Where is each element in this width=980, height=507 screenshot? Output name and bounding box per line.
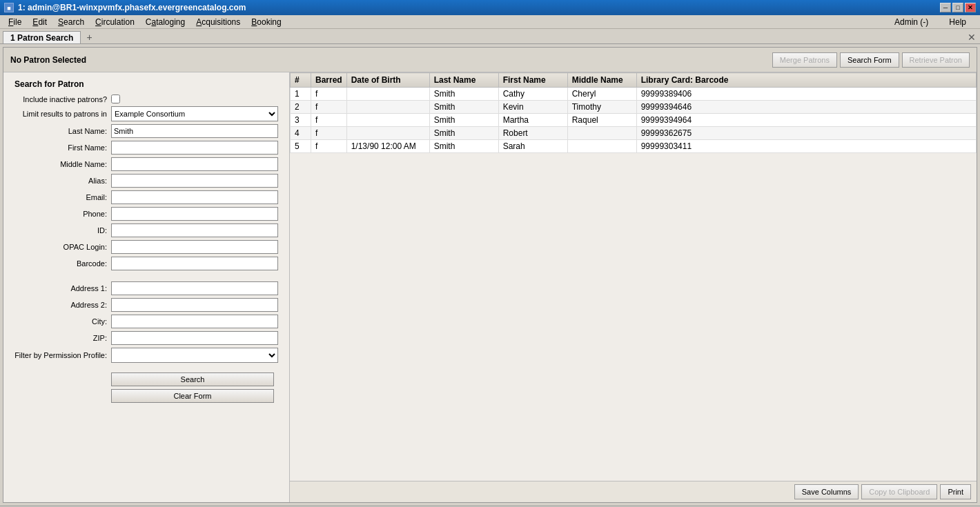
include-inactive-checkbox[interactable] bbox=[111, 95, 120, 103]
email-input[interactable] bbox=[111, 190, 278, 204]
col-header-dob[interactable]: Date of Birth bbox=[346, 73, 429, 88]
menu-help[interactable]: Help bbox=[943, 16, 972, 28]
include-inactive-label: Include inactive patrons? bbox=[14, 95, 111, 103]
search-panel: Search for Patron Include inactive patro… bbox=[3, 72, 290, 502]
table-row[interactable]: 2 f Smith Kevin Timothy 99999394646 bbox=[291, 101, 977, 114]
zip-row: ZIP: bbox=[14, 331, 278, 345]
address1-label: Address 1: bbox=[14, 284, 111, 292]
id-label: ID: bbox=[14, 226, 111, 235]
address2-label: Address 2: bbox=[14, 301, 111, 309]
menu-file[interactable]: File bbox=[3, 16, 27, 28]
limit-results-label: Limit results to patrons in bbox=[14, 110, 111, 118]
title-bar: ■ 1: admin@BR1-winxpvmfx.phasefx.evergre… bbox=[0, 0, 980, 15]
status-bar: No Patron Selected Merge Patrons Search … bbox=[3, 48, 977, 72]
tab-bar: 1 Patron Search + ✕ bbox=[0, 29, 980, 44]
status-buttons: Merge Patrons Search Form Retrieve Patro… bbox=[772, 52, 970, 68]
city-label: City: bbox=[14, 317, 111, 326]
search-form-title: Search for Patron bbox=[14, 79, 278, 89]
save-columns-button[interactable]: Save Columns bbox=[794, 484, 859, 499]
table-row[interactable]: 1 f Smith Cathy Cheryl 99999389406 bbox=[291, 88, 977, 101]
app-icon: ■ bbox=[4, 3, 14, 12]
alias-input[interactable] bbox=[111, 174, 278, 188]
col-header-barcode[interactable]: Library Card: Barcode bbox=[636, 73, 976, 88]
col-header-barred[interactable]: Barred bbox=[311, 73, 347, 88]
menu-search[interactable]: Search bbox=[52, 16, 90, 28]
id-row: ID: bbox=[14, 223, 278, 237]
results-table: # Barred Date of Birth Last Name First N… bbox=[290, 72, 977, 153]
menu-admin[interactable]: Admin (-) bbox=[889, 16, 934, 28]
results-panel: # Barred Date of Birth Last Name First N… bbox=[290, 72, 977, 502]
search-form-button[interactable]: Search Form bbox=[840, 52, 899, 68]
last-name-label: Last Name: bbox=[14, 127, 111, 135]
alias-label: Alias: bbox=[14, 177, 111, 185]
city-row: City: bbox=[14, 315, 278, 328]
filter-profile-select[interactable] bbox=[111, 348, 278, 363]
city-input[interactable] bbox=[111, 315, 278, 328]
col-header-first[interactable]: First Name bbox=[498, 73, 567, 88]
copy-clipboard-button[interactable]: Copy to Clipboard bbox=[861, 484, 937, 499]
col-header-middle[interactable]: Middle Name bbox=[567, 73, 636, 88]
body-area: Search for Patron Include inactive patro… bbox=[3, 72, 977, 502]
tab-bar-close-button[interactable]: ✕ bbox=[968, 32, 976, 43]
email-row: Email: bbox=[14, 190, 278, 204]
patron-status-label: No Patron Selected bbox=[10, 55, 86, 65]
filter-profile-row: Filter by Permission Profile: bbox=[14, 348, 278, 363]
form-buttons: Search Clear Form bbox=[14, 372, 278, 403]
phone-row: Phone: bbox=[14, 207, 278, 221]
phone-input[interactable] bbox=[111, 207, 278, 221]
email-label: Email: bbox=[14, 193, 111, 201]
print-button[interactable]: Print bbox=[940, 484, 971, 499]
first-name-label: First Name: bbox=[14, 143, 111, 152]
merge-patrons-button[interactable]: Merge Patrons bbox=[772, 52, 837, 68]
barcode-row: Barcode: bbox=[14, 257, 278, 270]
minimize-button[interactable]: ─ bbox=[940, 3, 951, 12]
first-name-row: First Name: bbox=[14, 141, 278, 155]
last-name-row: Last Name: bbox=[14, 124, 278, 138]
table-row[interactable]: 5 f 1/13/90 12:00 AM Smith Sarah 9999930… bbox=[291, 140, 977, 153]
retrieve-patron-button[interactable]: Retrieve Patron bbox=[902, 52, 970, 68]
title-bar-text: 1: admin@BR1-winxpvmfx.phasefx.evergreen… bbox=[18, 3, 246, 12]
include-inactive-row: Include inactive patrons? bbox=[14, 95, 278, 103]
menu-bar: File Edit Search Circulation Cataloging … bbox=[0, 15, 980, 29]
opac-login-row: OPAC Login: bbox=[14, 240, 278, 254]
barcode-label: Barcode: bbox=[14, 259, 111, 268]
col-header-num[interactable]: # bbox=[291, 73, 311, 88]
address1-row: Address 1: bbox=[14, 281, 278, 295]
table-row[interactable]: 3 f Smith Martha Raquel 99999394964 bbox=[291, 114, 977, 127]
menu-circulation[interactable]: Circulation bbox=[90, 16, 140, 28]
menu-acquisitions[interactable]: Acquisitions bbox=[190, 16, 246, 28]
alias-row: Alias: bbox=[14, 174, 278, 188]
address1-input[interactable] bbox=[111, 281, 278, 295]
id-input[interactable] bbox=[111, 223, 278, 237]
main-content: No Patron Selected Merge Patrons Search … bbox=[3, 47, 977, 503]
first-name-input[interactable] bbox=[111, 141, 278, 155]
zip-input[interactable] bbox=[111, 331, 278, 345]
tab-add-button[interactable]: + bbox=[81, 31, 97, 43]
middle-name-input[interactable] bbox=[111, 157, 278, 171]
address2-row: Address 2: bbox=[14, 298, 278, 312]
opac-login-label: OPAC Login: bbox=[14, 243, 111, 251]
maximize-button[interactable]: □ bbox=[952, 3, 963, 12]
results-table-wrapper: # Barred Date of Birth Last Name First N… bbox=[290, 72, 977, 481]
col-header-last[interactable]: Last Name bbox=[429, 73, 498, 88]
opac-login-input[interactable] bbox=[111, 240, 278, 254]
filter-profile-label: Filter by Permission Profile: bbox=[14, 351, 111, 359]
search-button[interactable]: Search bbox=[111, 372, 274, 386]
middle-name-label: Middle Name: bbox=[14, 160, 111, 168]
last-name-input[interactable] bbox=[111, 124, 278, 138]
menu-cataloging[interactable]: Cataloging bbox=[140, 16, 190, 28]
tab-patron-search[interactable]: 1 Patron Search bbox=[3, 31, 81, 43]
zip-label: ZIP: bbox=[14, 334, 111, 342]
menu-booking[interactable]: Booking bbox=[246, 16, 286, 28]
clear-form-button[interactable]: Clear Form bbox=[111, 389, 274, 403]
close-button[interactable]: ✕ bbox=[965, 3, 976, 12]
results-bottom: Save Columns Copy to Clipboard Print bbox=[290, 481, 977, 502]
middle-name-row: Middle Name: bbox=[14, 157, 278, 171]
barcode-input[interactable] bbox=[111, 257, 278, 270]
limit-results-select[interactable]: Example Consortium bbox=[111, 106, 278, 121]
table-row[interactable]: 4 f Smith Robert 99999362675 bbox=[291, 127, 977, 140]
address2-input[interactable] bbox=[111, 298, 278, 312]
limit-results-row: Limit results to patrons in Example Cons… bbox=[14, 106, 278, 121]
phone-label: Phone: bbox=[14, 210, 111, 218]
menu-edit[interactable]: Edit bbox=[27, 16, 52, 28]
